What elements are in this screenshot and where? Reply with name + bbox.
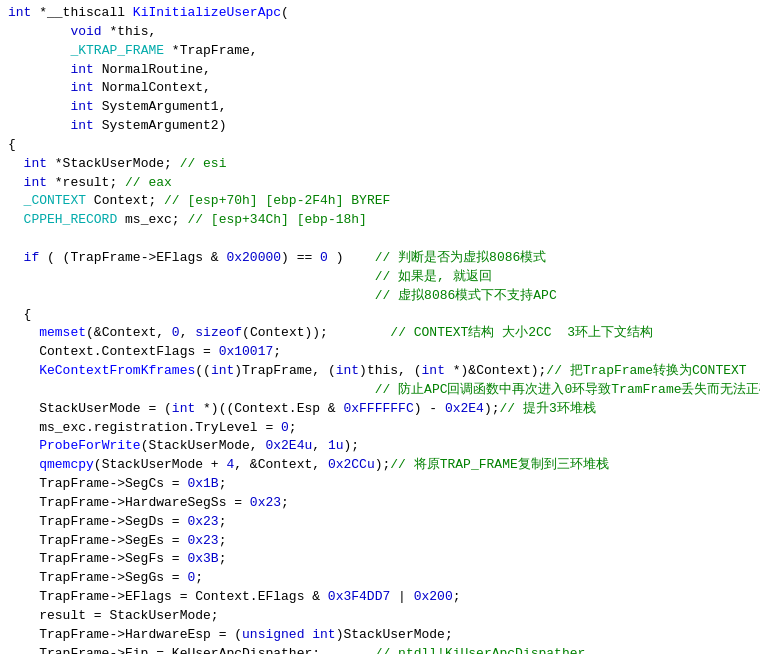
code-line-22: StackUserMode = (int *)((Context.Esp & 0… xyxy=(0,400,760,419)
code-line-10: int *result; // eax xyxy=(0,174,760,193)
code-line-3: _KTRAP_FRAME *TrapFrame, xyxy=(0,42,760,61)
code-line-11: _CONTEXT Context; // [esp+70h] [ebp-2F4h… xyxy=(0,192,760,211)
code-line-6: int SystemArgument1, xyxy=(0,98,760,117)
code-line-27: TrapFrame->HardwareSegSs = 0x23; xyxy=(0,494,760,513)
code-line-23: ms_exc.registration.TryLevel = 0; xyxy=(0,419,760,438)
code-line-21: // 防止APC回调函数中再次进入0环导致TramFrame丢失而无法正确返回 xyxy=(0,381,760,400)
code-line-35: TrapFrame->Eip = KeUserApcDispather; // … xyxy=(0,645,760,654)
code-line-25: qmemcpy(StackUserMode + 4, &Context, 0x2… xyxy=(0,456,760,475)
code-line-31: TrapFrame->SegGs = 0; xyxy=(0,569,760,588)
code-line-14: if ( (TrapFrame->EFlags & 0x20000) == 0 … xyxy=(0,249,760,268)
code-line-4: int NormalRoutine, xyxy=(0,61,760,80)
code-line-1: int *__thiscall KiInitializeUserApc( xyxy=(0,4,760,23)
code-line-33: result = StackUserMode; xyxy=(0,607,760,626)
code-line-29: TrapFrame->SegEs = 0x23; xyxy=(0,532,760,551)
code-line-19: Context.ContextFlags = 0x10017; xyxy=(0,343,760,362)
code-line-9: int *StackUserMode; // esi xyxy=(0,155,760,174)
code-line-7: int SystemArgument2) xyxy=(0,117,760,136)
code-line-18: memset(&Context, 0, sizeof(Context)); //… xyxy=(0,324,760,343)
code-line-12: CPPEH_RECORD ms_exc; // [esp+34Ch] [ebp-… xyxy=(0,211,760,230)
code-line-32: TrapFrame->EFlags = Context.EFlags & 0x3… xyxy=(0,588,760,607)
code-line-15: // 如果是, 就返回 xyxy=(0,268,760,287)
code-line-8: { xyxy=(0,136,760,155)
code-line-20: KeContextFromKframes((int)TrapFrame, (in… xyxy=(0,362,760,381)
code-line-28: TrapFrame->SegDs = 0x23; xyxy=(0,513,760,532)
keyword-int: int xyxy=(8,4,31,23)
code-line-26: TrapFrame->SegCs = 0x1B; xyxy=(0,475,760,494)
code-line-16: // 虚拟8086模式下不支持APC xyxy=(0,287,760,306)
code-line-17: { xyxy=(0,306,760,325)
code-line-5: int NormalContext, xyxy=(0,79,760,98)
code-line-34: TrapFrame->HardwareEsp = (unsigned int)S… xyxy=(0,626,760,645)
code-view: int *__thiscall KiInitializeUserApc( voi… xyxy=(0,0,760,654)
code-line-2: void *this, xyxy=(0,23,760,42)
code-line-24: ProbeForWrite(StackUserMode, 0x2E4u, 1u)… xyxy=(0,437,760,456)
code-line-30: TrapFrame->SegFs = 0x3B; xyxy=(0,550,760,569)
code-line-13 xyxy=(0,230,760,249)
